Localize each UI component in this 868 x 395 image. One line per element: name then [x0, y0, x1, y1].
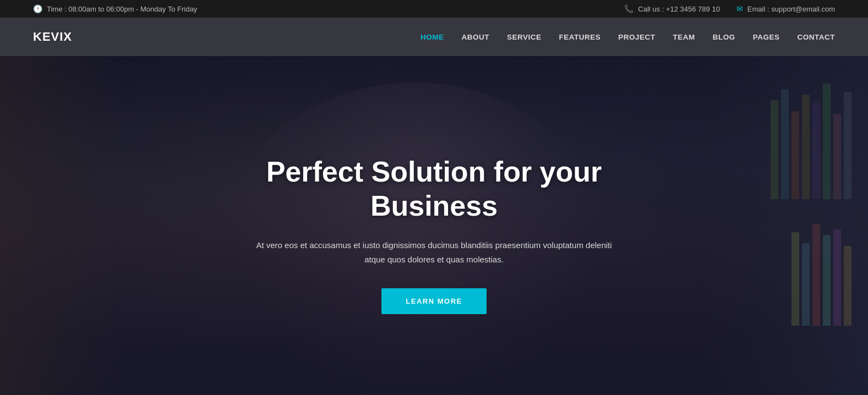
nav-links: HOME ABOUT SERVICE FEATURES PROJECT TEAM… [421, 32, 835, 42]
nav-link-about[interactable]: ABOUT [461, 33, 489, 41]
nav-item-about[interactable]: ABOUT [461, 32, 489, 42]
phone-info: 📞 Call us : +12 3456 789 10 [624, 4, 720, 13]
phone-text: Call us : +12 3456 789 10 [638, 5, 720, 13]
email-info: ✉ Email : support@email.com [736, 4, 835, 13]
nav-link-team[interactable]: TEAM [673, 33, 695, 41]
time-info: 🕐 Time : 08:00am to 06:00pm - Monday To … [33, 4, 197, 13]
nav-link-project[interactable]: PROJECT [618, 33, 655, 41]
top-bar-right: 📞 Call us : +12 3456 789 10 ✉ Email : su… [624, 4, 835, 13]
nav-link-home[interactable]: HOME [421, 33, 444, 41]
learn-more-button[interactable]: LEARN MORE [381, 288, 486, 314]
nav-item-contact[interactable]: CONTACT [798, 32, 836, 42]
phone-icon: 📞 [624, 4, 634, 13]
nav-item-blog[interactable]: BLOG [713, 32, 735, 42]
nav-item-features[interactable]: FEATURES [559, 32, 600, 42]
top-bar-left: 🕐 Time : 08:00am to 06:00pm - Monday To … [33, 4, 197, 13]
nav-link-contact[interactable]: CONTACT [798, 33, 836, 41]
top-bar: 🕐 Time : 08:00am to 06:00pm - Monday To … [0, 0, 868, 18]
time-text: Time : 08:00am to 06:00pm - Monday To Fr… [47, 5, 197, 13]
brand-logo[interactable]: KEVIX [33, 30, 72, 44]
nav-item-team[interactable]: TEAM [673, 32, 695, 42]
hero-subtitle: At vero eos et accusamus et iusto dignis… [247, 238, 621, 266]
nav-link-service[interactable]: SERVICE [507, 33, 542, 41]
email-icon: ✉ [736, 4, 743, 13]
nav-link-features[interactable]: FEATURES [559, 33, 600, 41]
nav-link-blog[interactable]: BLOG [713, 33, 735, 41]
hero-section: Perfect Solution for your Business At ve… [0, 56, 868, 395]
hero-title: Perfect Solution for your Business [247, 155, 621, 223]
nav-item-pages[interactable]: PAGES [753, 32, 780, 42]
nav-item-home[interactable]: HOME [421, 32, 444, 42]
navbar: KEVIX HOME ABOUT SERVICE FEATURES PROJEC… [0, 18, 868, 56]
email-text: Email : support@email.com [747, 5, 835, 13]
nav-item-service[interactable]: SERVICE [507, 32, 542, 42]
nav-link-pages[interactable]: PAGES [753, 33, 780, 41]
clock-icon: 🕐 [33, 4, 42, 13]
hero-content: Perfect Solution for your Business At ve… [236, 155, 632, 315]
nav-item-project[interactable]: PROJECT [618, 32, 655, 42]
